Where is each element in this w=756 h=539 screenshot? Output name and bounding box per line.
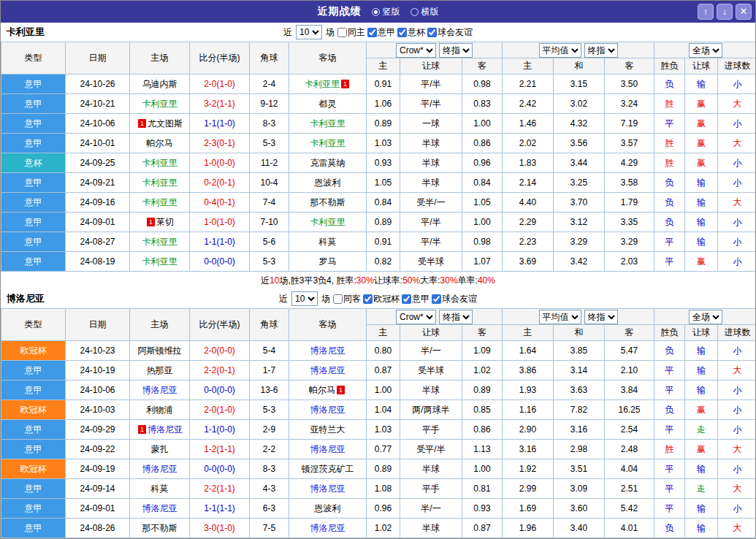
avg-home-odds: 1.93 <box>503 381 554 400</box>
result-outcome: 胜 <box>654 134 685 153</box>
handicap-away-odds: 0.87 <box>462 519 503 538</box>
home-team: 卡利亚里 <box>130 153 190 173</box>
match-row: 意甲24-10-06博洛尼亚0-0(0-0)13-6帕尔马11.00半球0.89… <box>1 381 756 400</box>
summary-segment: 单率: <box>458 275 478 287</box>
layout-radio-horizontal[interactable]: 横版 <box>411 6 439 18</box>
team-label: 卡利亚里 <box>142 99 177 109</box>
filter-checkbox-同主[interactable] <box>337 28 347 37</box>
handicap-line: 平手 <box>400 420 462 440</box>
handicap-stage-select[interactable]: 终指 <box>439 310 473 324</box>
match-date: 24-10-06 <box>66 114 130 134</box>
filter-意甲[interactable]: 意甲 <box>367 26 395 39</box>
col-home: 主场 <box>130 309 190 341</box>
radio-vertical-icon <box>372 8 380 16</box>
result-outcome: 平 <box>654 479 685 499</box>
match-date: 24-09-29 <box>66 420 130 440</box>
match-count-select[interactable]: 10 <box>296 25 322 39</box>
filter-checkbox-球会友谊[interactable] <box>432 294 441 304</box>
result-handicap: 赢 <box>685 153 718 173</box>
corners: 2-2 <box>250 440 289 459</box>
filter-checkbox-球会友谊[interactable] <box>427 28 437 37</box>
match-row: 意甲24-09-16卡利亚里0-4(0-1)7-4那不勒斯0.84受半/一1.0… <box>1 193 756 213</box>
scroll-down-button[interactable]: ↓ <box>717 4 733 20</box>
col-handicap-away: 客 <box>462 58 503 74</box>
result-goals: 大 <box>718 94 756 114</box>
avg-draw-odds: 3.12 <box>554 213 605 232</box>
score: 1-1(0-0) <box>190 420 250 440</box>
filter-checkbox-同客[interactable] <box>333 294 343 304</box>
col-avg-away: 客 <box>605 325 654 341</box>
col-result: 胜负 <box>654 58 685 74</box>
filter-意杯[interactable]: 意杯 <box>397 26 425 39</box>
filter-同主[interactable]: 同主 <box>337 26 365 39</box>
average-select[interactable]: 平均值 <box>539 43 581 58</box>
scope-select[interactable]: 全场 <box>689 310 722 324</box>
result-goals: 小 <box>718 400 756 420</box>
average-stage-select[interactable]: 终指 <box>584 43 618 58</box>
bookmaker-select[interactable]: Crow* <box>396 43 436 58</box>
result-outcome: 平 <box>654 420 685 440</box>
filter-checkboxes: 同客欧冠杯意甲球会友谊 <box>332 293 477 305</box>
team-label: 帕尔马 <box>147 138 173 148</box>
result-handicap: 输 <box>685 361 718 381</box>
result-goals: 小 <box>718 213 756 232</box>
handicap-line: 半球 <box>400 173 462 193</box>
average-stage-select[interactable]: 终指 <box>584 310 618 324</box>
filter-球会友谊[interactable]: 球会友谊 <box>431 293 477 305</box>
filter-checkbox-意甲[interactable] <box>402 294 411 304</box>
home-team: 帕尔马 <box>130 134 190 153</box>
filter-checkbox-意甲[interactable] <box>367 28 377 37</box>
handicap-line: 半球 <box>400 153 462 173</box>
handicap-away-odds: 1.07 <box>462 252 503 272</box>
close-button[interactable]: ✕ <box>736 4 752 20</box>
match-date: 24-10-19 <box>66 361 130 381</box>
match-row: 意甲24-09-291博洛尼亚1-1(0-0)2-9亚特兰大1.03平手0.86… <box>1 420 756 440</box>
scope-select[interactable]: 全场 <box>689 43 722 58</box>
handicap-line: 半球 <box>400 381 462 400</box>
summary-segment: 近 <box>261 275 270 287</box>
result-goals: 小 <box>718 153 756 173</box>
handicap-away-odds: 0.98 <box>462 232 503 252</box>
handicap-home-odds: 0.91 <box>367 74 400 94</box>
layout-radio-vertical[interactable]: 竖版 <box>372 6 400 18</box>
average-select[interactable]: 平均值 <box>539 310 581 324</box>
red-card-icon: 1 <box>147 218 155 226</box>
handicap-away-odds: 0.86 <box>462 420 503 440</box>
scroll-up-button[interactable]: ↑ <box>698 4 714 20</box>
match-date: 24-10-01 <box>66 134 130 153</box>
team-name: 卡利亚里 <box>7 26 45 39</box>
team-label: 博洛尼亚 <box>310 345 345 356</box>
col-result-goals: 进球数 <box>718 58 756 74</box>
col-avg-home: 主 <box>503 325 554 341</box>
team-label: 科莫 <box>319 237 337 247</box>
home-team: 乌迪内斯 <box>130 74 190 94</box>
team-section: 博洛尼亚 近 10 场 同客欧冠杯意甲球会友谊 类型 日期 <box>1 289 755 539</box>
result-outcome: 负 <box>654 400 685 420</box>
handicap-away-odds: 0.83 <box>462 94 503 114</box>
filter-checkbox-欧冠杯[interactable] <box>363 294 373 304</box>
match-count-select[interactable]: 10 <box>291 291 318 306</box>
team-label: 卡利亚里 <box>305 79 340 89</box>
score: 1-0(1-0) <box>190 213 250 232</box>
result-handicap: 赢 <box>685 134 718 153</box>
match-date: 24-08-19 <box>66 252 130 272</box>
result-goals: 小 <box>718 420 756 440</box>
score: 1-1(1-1) <box>190 499 250 519</box>
bookmaker-select[interactable]: Crow* <box>396 310 436 324</box>
filter-欧冠杯[interactable]: 欧冠杯 <box>362 293 400 305</box>
team-label: 博洛尼亚 <box>310 365 345 375</box>
handicap-home-odds: 0.89 <box>367 114 400 134</box>
filter-checkbox-意杯[interactable] <box>397 28 407 37</box>
home-team: 1莱切 <box>130 213 190 232</box>
away-team: 克雷莫纳 <box>289 153 367 173</box>
avg-away-odds: 3.35 <box>605 213 654 232</box>
match-date: 24-08-27 <box>66 232 130 252</box>
filter-意甲[interactable]: 意甲 <box>401 293 429 305</box>
average-odds-header: 平均值 终指 <box>503 309 654 325</box>
avg-home-odds: 2.90 <box>503 420 554 440</box>
filter-同客[interactable]: 同客 <box>332 293 361 305</box>
result-handicap: 输 <box>685 213 718 232</box>
filter-球会友谊[interactable]: 球会友谊 <box>427 26 473 39</box>
handicap-stage-select[interactable]: 终指 <box>439 43 473 58</box>
result-handicap: 输 <box>685 193 718 213</box>
